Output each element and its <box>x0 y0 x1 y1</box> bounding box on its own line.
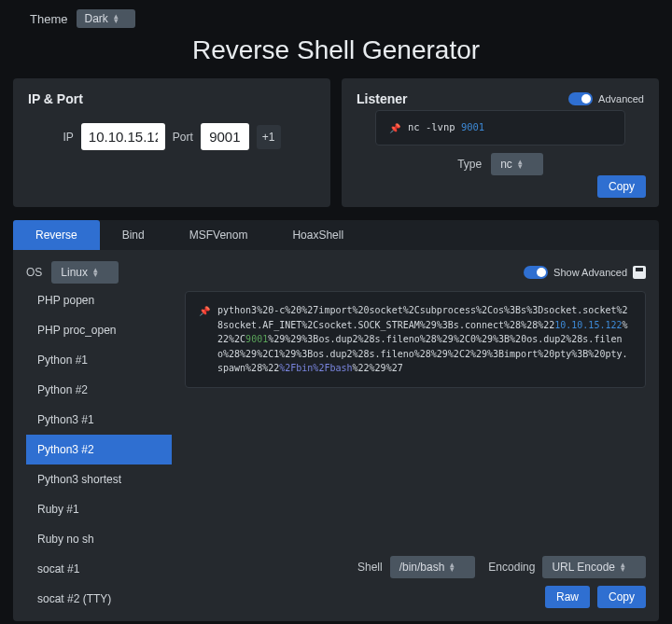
theme-label: Theme <box>30 12 67 26</box>
listener-title: Listener <box>357 91 407 106</box>
theme-select-value: Dark <box>84 12 107 25</box>
save-icon[interactable] <box>633 266 646 279</box>
raw-button[interactable]: Raw <box>545 586 590 608</box>
encoding-select[interactable]: URL Encode ▴▾ <box>542 556 646 578</box>
tab-msfvenom[interactable]: MSFVenom <box>167 220 271 250</box>
sidebar-item[interactable]: Ruby #1 <box>26 494 172 524</box>
sidebar-item[interactable]: Python #2 <box>26 375 172 405</box>
chevron-updown-icon: ▴▾ <box>93 268 98 277</box>
port-input[interactable] <box>201 123 249 150</box>
shell-label: Shell <box>357 561 383 574</box>
theme-select[interactable]: Dark ▴▾ <box>77 9 134 28</box>
chevron-updown-icon: ▴▾ <box>518 159 523 169</box>
ip-label: IP <box>63 131 73 144</box>
listener-type-value: nc <box>500 158 512 171</box>
listener-copy-button[interactable]: Copy <box>597 175 646 198</box>
listener-command-box: 📌 nc -lvnp 9001 <box>375 110 625 146</box>
payload-sidebar[interactable]: PHP popenPHP proc_openPython #1Python #2… <box>26 291 172 608</box>
main-tabs: ReverseBindMSFVenomHoaxShell <box>13 220 659 250</box>
listener-advanced-label: Advanced <box>598 93 644 104</box>
show-advanced-toggle[interactable] <box>524 266 548 279</box>
ip-port-panel: IP & Port IP Port +1 <box>13 78 330 207</box>
listener-advanced-toggle[interactable] <box>568 92 593 105</box>
sidebar-item[interactable]: Python #1 <box>26 345 172 375</box>
listener-type-label: Type <box>457 158 482 171</box>
sidebar-item[interactable]: Ruby no sh <box>26 524 172 554</box>
chevron-updown-icon: ▴▾ <box>450 562 455 572</box>
chevron-updown-icon: ▴▾ <box>114 14 119 23</box>
pin-icon: 📌 <box>199 304 210 376</box>
copy-button[interactable]: Copy <box>597 586 646 608</box>
page-title: Reverse Shell Generator <box>13 35 659 65</box>
listener-panel: Listener Advanced 📌 nc -lvnp 9001 Type n… <box>342 78 659 207</box>
os-select[interactable]: Linux ▴▾ <box>51 261 119 284</box>
shell-select-value: /bin/bash <box>399 561 445 574</box>
sidebar-item[interactable]: socat #1 <box>26 554 172 584</box>
port-plus-one-button[interactable]: +1 <box>257 125 281 149</box>
payload-text: python3%20-c%20%27import%20socket%2Csubp… <box>217 303 632 376</box>
tab-bind[interactable]: Bind <box>100 220 167 250</box>
encoding-label: Encoding <box>488 561 535 574</box>
listener-type-select[interactable]: nc ▴▾ <box>491 153 543 175</box>
listener-cmd-text: nc -lvnp 9001 <box>408 120 484 135</box>
chevron-updown-icon: ▴▾ <box>621 562 625 572</box>
encoding-select-value: URL Encode <box>552 561 615 574</box>
ip-input[interactable] <box>81 123 165 150</box>
os-select-value: Linux <box>61 266 88 279</box>
sidebar-item[interactable]: Python3 #1 <box>26 405 172 435</box>
shell-select[interactable]: /bin/bash ▴▾ <box>390 556 476 578</box>
sidebar-item[interactable]: socat #2 (TTY) <box>26 584 172 608</box>
tab-reverse[interactable]: Reverse <box>13 220 100 250</box>
show-advanced-label: Show Advanced <box>553 267 627 278</box>
sidebar-item[interactable]: PHP popen <box>26 291 172 315</box>
sidebar-item[interactable]: Python3 shortest <box>26 465 172 494</box>
tab-hoaxshell[interactable]: HoaxShell <box>270 220 366 250</box>
sidebar-item[interactable]: PHP proc_open <box>26 315 172 345</box>
main-panel: OS Linux ▴▾ Show Advanced PHP popenPHP p… <box>13 250 659 621</box>
os-label: OS <box>26 266 42 279</box>
port-label: Port <box>173 131 193 144</box>
ip-port-title: IP & Port <box>28 91 315 106</box>
pin-icon: 📌 <box>389 121 400 135</box>
payload-code-box: 📌 python3%20-c%20%27import%20socket%2Csu… <box>185 291 646 388</box>
sidebar-item[interactable]: Python3 #2 <box>26 435 172 465</box>
